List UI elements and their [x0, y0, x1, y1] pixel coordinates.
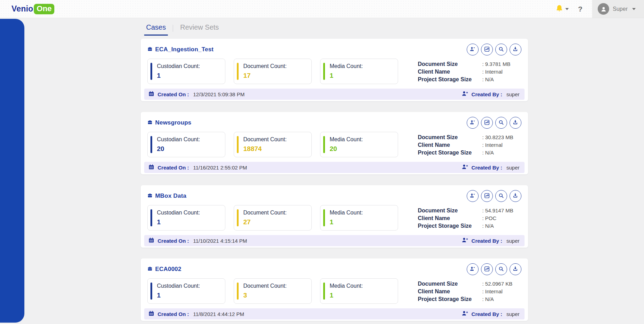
upload-button[interactable]	[467, 44, 479, 55]
project-storage-size-label: Project Storage Size	[418, 149, 482, 157]
case-list: ECA_Ingestion_Test	[141, 39, 528, 324]
custodian-count-box: Custodian Count: 1	[147, 278, 225, 304]
analytics-icon	[484, 119, 490, 127]
case-actions	[467, 263, 521, 275]
document-count-box: Document Count: 17	[234, 59, 312, 84]
document-size-label: Document Size	[418, 280, 482, 288]
logo-venio-text: Venio	[11, 4, 33, 14]
case-actions	[467, 190, 521, 202]
help-button[interactable]: ?	[578, 5, 582, 13]
document-count-box: Document Count: 18874	[234, 132, 312, 157]
download-icon	[512, 192, 519, 200]
search-button[interactable]	[495, 263, 507, 275]
user-upload-icon	[469, 46, 476, 53]
case-card: ECA_Ingestion_Test	[141, 39, 528, 101]
media-count-label: Media Count:	[330, 136, 394, 143]
created-by-value: super	[506, 91, 520, 97]
media-count-label: Media Count:	[330, 210, 394, 216]
nav-sidebar[interactable]	[0, 19, 24, 323]
accent-bar	[323, 209, 325, 226]
created-by-label: Created By :	[472, 91, 502, 97]
analytics-icon	[484, 266, 490, 273]
download-button[interactable]	[510, 44, 521, 55]
created-bar: Created On : 12/3/2021 5:09:38 PM Create…	[144, 89, 525, 100]
upload-button[interactable]	[467, 117, 479, 129]
document-size-value: : 52.0967 KB	[482, 280, 513, 288]
case-title-link[interactable]: ECA0002	[147, 266, 181, 273]
created-on-value: 11/8/2021 4:44:12 PM	[193, 311, 245, 317]
user-plus-icon	[461, 237, 468, 245]
download-button[interactable]	[510, 117, 521, 129]
media-count-box: Media Count: 1	[320, 278, 398, 304]
tab-review-sets[interactable]: Review Sets	[178, 23, 221, 36]
project-storage-size-label: Project Storage Size	[418, 295, 482, 303]
project-storage-size-value: : N/A	[482, 295, 494, 303]
document-count-box: Document Count: 27	[234, 205, 312, 231]
client-name-label: Client Name	[418, 214, 482, 222]
case-meta: Document Size : 30.8223 MB Client Name :…	[418, 132, 513, 157]
accent-bar	[150, 136, 152, 153]
search-button[interactable]	[495, 44, 507, 55]
client-name-value: : POC	[482, 214, 497, 222]
analytics-button[interactable]	[481, 190, 493, 202]
custodian-count-value: 1	[157, 72, 222, 80]
case-actions	[467, 44, 521, 55]
case-title-link[interactable]: ECA_Ingestion_Test	[147, 46, 214, 53]
avatar	[598, 3, 609, 15]
main-area: Cases Review Sets ECA_Ingestion_Test	[24, 18, 644, 324]
analytics-button[interactable]	[481, 263, 493, 275]
custodian-count-box: Custodian Count: 20	[147, 132, 225, 157]
accent-bar	[323, 136, 325, 153]
analytics-button[interactable]	[481, 44, 493, 55]
project-storage-size-value: : N/A	[482, 222, 494, 230]
case-name: ECA_Ingestion_Test	[155, 46, 214, 53]
client-name-label: Client Name	[418, 288, 482, 295]
accent-bar	[150, 63, 152, 80]
case-card: Newsgroups	[141, 112, 528, 174]
document-count-box: Document Count: 3	[234, 278, 312, 304]
created-bar: Created On : 11/8/2021 4:44:12 PM Create…	[144, 308, 525, 319]
user-plus-icon	[461, 90, 468, 98]
document-count-value: 18874	[243, 145, 308, 153]
chevron-down-icon	[632, 8, 636, 10]
search-button[interactable]	[495, 190, 507, 202]
accent-bar	[237, 136, 239, 153]
download-icon	[512, 265, 519, 273]
case-title-link[interactable]: Newsgroups	[147, 119, 192, 126]
briefcase-icon	[147, 193, 153, 199]
analytics-icon	[484, 193, 490, 200]
created-bar: Created On : 11/10/2021 4:15:14 PM Creat…	[144, 235, 525, 246]
created-on-value: 11/16/2021 2:55:02 PM	[193, 165, 247, 171]
case-name: Newsgroups	[155, 119, 192, 126]
venioone-logo[interactable]: Venio One	[11, 4, 54, 14]
calendar-icon	[148, 237, 154, 244]
custodian-count-label: Custodian Count:	[157, 210, 222, 216]
case-title-link[interactable]: MBox Data	[147, 193, 187, 199]
document-size-value: : 54.9147 MB	[482, 207, 513, 214]
download-button[interactable]	[510, 190, 521, 202]
user-upload-icon	[469, 192, 476, 200]
custodian-count-label: Custodian Count:	[157, 283, 222, 289]
upload-button[interactable]	[467, 263, 479, 275]
created-on-label: Created On :	[158, 91, 189, 97]
case-card: MBox Data	[141, 185, 528, 248]
project-storage-size-label: Project Storage Size	[418, 76, 482, 83]
client-name-label: Client Name	[418, 141, 482, 149]
document-count-value: 17	[243, 72, 308, 80]
download-icon	[512, 46, 519, 53]
download-button[interactable]	[510, 263, 521, 275]
media-count-box: Media Count: 1	[320, 59, 398, 84]
upload-button[interactable]	[467, 190, 479, 202]
notifications-button[interactable]	[555, 4, 569, 14]
tab-cases[interactable]: Cases	[144, 23, 168, 36]
analytics-button[interactable]	[481, 117, 493, 129]
media-count-value: 1	[330, 292, 394, 299]
user-menu[interactable]: Super	[592, 0, 644, 18]
created-on-label: Created On :	[158, 311, 189, 317]
download-icon	[512, 119, 519, 127]
custodian-count-value: 20	[157, 145, 222, 153]
search-button[interactable]	[495, 117, 507, 129]
case-meta: Document Size : 54.9147 MB Client Name :…	[418, 205, 513, 231]
document-count-value: 3	[243, 292, 308, 299]
media-count-box: Media Count: 1	[320, 205, 398, 231]
